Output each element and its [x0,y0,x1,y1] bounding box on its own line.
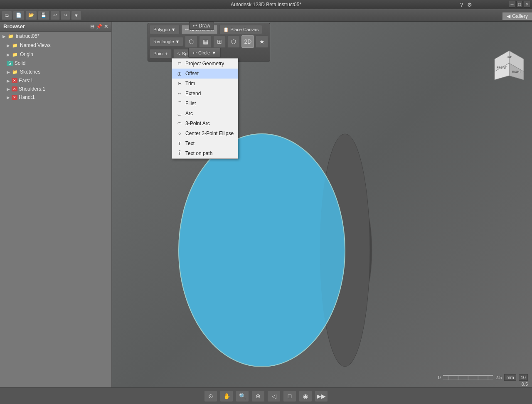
file-menu[interactable]: 🗂 [2,11,12,20]
titlebar: Autodesk 123D Beta instruct05* ? ⚙ ─ □ ✕ [0,0,532,9]
file-icon: 🗂 [5,13,9,18]
app-title: Autodesk 123D Beta instruct05* [231,2,301,7]
text-icon: T [176,140,183,147]
status-more-icon[interactable]: ▶▶ [315,390,328,402]
browser-collapse-icon[interactable]: ⊟ [90,24,94,30]
dropdown-text-on-path[interactable]: T̃ Text on path [172,148,238,158]
hand-arrow: ▶ [7,95,10,100]
svg-text:FRONT: FRONT [497,66,507,69]
circle-button[interactable]: ↩ Circle ▼ [188,48,221,58]
shoulders-label: Shoulders:1 [19,86,45,92]
titlebar-controls[interactable]: ─ □ ✕ [509,1,530,7]
ruler-value: 0.5 [522,382,528,387]
hand-label: Hand:1 [19,94,35,100]
help-icon[interactable]: ? [458,2,465,8]
tree-shoulders[interactable]: ▶ ✕ Shoulders:1 [0,85,111,93]
rectangle-button[interactable]: Rectangle ▼ [150,37,183,46]
dropdown-3point-arc[interactable]: ◠ 3-Point Arc [172,118,238,128]
text-on-path-label: Text on path [185,150,212,156]
close-btn[interactable]: ✕ [524,1,530,7]
draw-tab[interactable]: ↩ Draw [189,22,214,30]
dropdown-arc[interactable]: ◡ Arc [172,108,238,118]
solid-badge: S [7,61,13,66]
gallery-button[interactable]: ◀ Gallery [502,12,532,20]
tree-root[interactable]: ▶ 📁 instruct05* [0,32,111,41]
trim-icon: ✂ [176,80,183,87]
gallery-label: Gallery [512,13,528,19]
place-canvas-button[interactable]: 📋 Place Canvas [219,25,262,34]
polygon-label: Polygon [153,27,170,32]
solid-label: Solid [15,60,26,66]
dropdown-ellipse[interactable]: ○ Center 2-Point Ellipse [172,128,238,138]
dropdown-trim[interactable]: ✂ Trim [172,79,238,89]
menu-toolbar: 🗂 📄 📂 💾 ↩ ↪ ▼ [0,9,532,22]
text-on-path-icon: T̃ [176,150,183,157]
polygon-button[interactable]: Polygon ▼ [150,25,180,34]
open-btn[interactable]: 📂 [25,11,37,20]
browser-header-icons: ⊟ 📌 ✕ [90,24,108,30]
origin-folder-icon: 📁 [12,51,18,58]
tree-hand[interactable]: ▶ ✕ Hand:1 [0,93,111,101]
named-views-arrow: ▶ [7,43,10,48]
grid-icon[interactable]: ⊞ [213,35,226,48]
status-circle-icon[interactable]: ◉ [299,390,312,402]
status-move-icon[interactable]: ⊕ [251,390,265,402]
sketch-pencil-icon: ✏ [185,27,189,32]
status-target-icon[interactable]: ⊙ [204,390,217,402]
tree-ears[interactable]: ▶ ✕ Ears:1 [0,76,111,85]
tree-solid[interactable]: S Solid [0,59,111,67]
redo-btn[interactable]: ↪ [61,11,70,20]
settings-icon[interactable]: ⚙ [466,2,474,8]
dropdown-project-geometry[interactable]: □ Project Geometry [172,59,238,69]
ears-label: Ears:1 [19,78,33,84]
star-icon[interactable]: ★ [256,35,268,48]
ruler-numbers: 0 | | | | | 2.5 mm 10 [438,374,528,381]
ears-badge: ✕ [12,78,17,83]
canvas-icon: 📋 [223,27,229,32]
ruler-right-val: 2.5 [495,375,502,380]
status-hand-icon[interactable]: ✋ [220,390,233,402]
material-icon[interactable]: ⬡ [227,35,240,48]
2d-icon[interactable]: 2D [241,35,254,48]
dropdown-offset[interactable]: ◎ Offset [172,69,238,79]
root-arrow: ▶ [2,34,6,39]
ruler-zoom: 10 [519,374,528,381]
ruler-left-val: 0 [438,375,441,380]
maximize-btn[interactable]: □ [516,1,523,7]
tree-origin[interactable]: ▶ 📁 Origin [0,50,111,59]
browser-panel: Browser ⊟ 📌 ✕ ▶ 📁 instruct05* ▶ 📁 Named … [0,22,112,404]
ruler-unit: mm [504,374,516,381]
draw-row-2: Rectangle ▼ ⬡ ▦ ⊞ ⬡ 2D ★ [150,35,268,48]
arc-icon: ◡ [176,110,183,117]
browser-pin-icon[interactable]: 📌 [96,24,102,30]
3point-arc-icon: ◠ [176,120,183,127]
undo-btn[interactable]: ↩ [50,11,60,20]
browser-title: Browser [3,23,25,30]
tree-sketches[interactable]: ▶ 📁 Sketches [0,67,111,76]
origin-label: Origin [20,52,33,57]
dropdown-text[interactable]: T Text [172,138,238,148]
sketches-folder-icon: 📁 [12,69,18,75]
minimize-btn[interactable]: ─ [509,1,515,7]
status-back-icon[interactable]: ◁ [267,390,281,402]
solid-view-icon[interactable]: ⬡ [185,35,197,48]
save-btn[interactable]: 💾 [38,11,49,20]
named-views-folder-icon: 📁 [12,42,18,49]
tree-named-views[interactable]: ▶ 📁 Named Views [0,41,111,50]
status-rect-icon[interactable]: □ [283,390,296,402]
nav-cube[interactable]: TOP FRONT RIGHT [490,49,528,82]
dropdown-extend[interactable]: ↔ Extend [172,89,238,99]
point-button[interactable]: Point + [150,49,172,58]
new-btn[interactable]: 📄 [13,11,25,20]
ruler-value-label: 0.5 [522,382,528,387]
status-zoom-icon[interactable]: 🔍 [236,390,249,402]
options-btn[interactable]: ▼ [71,11,81,20]
dropdown-fillet[interactable]: ⌒ Fillet [172,99,238,108]
wireframe-icon[interactable]: ▦ [199,35,212,48]
named-views-label: Named Views [20,42,51,48]
browser-close-icon[interactable]: ✕ [104,24,108,30]
offset-icon: ◎ [176,70,183,77]
browser-header: Browser ⊟ 📌 ✕ [0,22,111,32]
trim-label: Trim [185,81,195,86]
statusbar: ⊙ ✋ 🔍 ⊕ ◁ □ ◉ ▶▶ 0 | | | | | 2.5 mm 10 0… [0,387,532,404]
